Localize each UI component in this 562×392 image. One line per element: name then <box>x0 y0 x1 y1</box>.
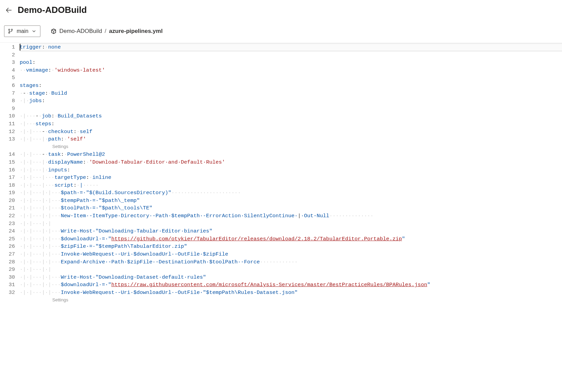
code-area[interactable]: trigger:·nonepool:··vmimage:·'windows-la… <box>20 43 562 304</box>
line-number: 5 <box>0 74 15 82</box>
code-line[interactable]: ·|·|···|·|···Write-Host·"Downloading·Tab… <box>20 227 562 235</box>
code-line[interactable]: ·|···-·job:·Build_Datasets <box>20 112 562 120</box>
line-number: 31 <box>0 281 15 289</box>
code-line[interactable]: ·|·jobs: <box>20 97 562 105</box>
line-number: 7 <box>0 90 15 97</box>
code-line[interactable]: ·|·|···|·|···$tempPath·=·"$path\_temp" <box>20 197 562 205</box>
line-number: 22 <box>0 212 15 220</box>
code-line[interactable]: ··vmimage:·'windows-latest' <box>20 67 562 74</box>
line-number: 13 <box>0 135 15 143</box>
svg-point-2 <box>11 29 13 31</box>
branch-name: main <box>17 28 29 34</box>
line-number: 1 <box>0 43 15 51</box>
text-cursor <box>20 44 20 51</box>
code-line[interactable]: ·|·|···|·path:·'self' <box>20 135 562 143</box>
line-number: 8 <box>0 97 15 105</box>
code-line[interactable]: pool: <box>20 59 562 67</box>
code-line[interactable]: ·-·stage:·Build <box>20 90 562 97</box>
line-number: 6 <box>0 82 15 90</box>
code-line[interactable]: ·|·|···|·|···Write-Host·"Downloading·Dat… <box>20 274 562 281</box>
line-number: 24 <box>0 227 15 235</box>
code-line[interactable]: ·|·|···|·|···$zipFile·=·"$tempPath\Tabul… <box>20 243 562 250</box>
code-line[interactable]: ·|·|···|·displayName:·'Download·Tabular·… <box>20 158 562 166</box>
code-line[interactable]: ·|·|···|·|···$path·=·"$(Build.SourcesDir… <box>20 189 562 197</box>
code-line[interactable]: ·|·|···|·|···Invoke-WebRequest·-Uri·$dow… <box>20 289 562 297</box>
line-number: 26 <box>0 243 15 250</box>
code-line[interactable] <box>20 74 562 82</box>
line-number: 21 <box>0 204 15 212</box>
code-line[interactable]: ·|·|···|···targetType:·inline <box>20 174 562 182</box>
branch-icon <box>8 29 13 34</box>
page-header: Demo-ADOBuild <box>0 0 562 20</box>
breadcrumb-separator: / <box>105 28 106 35</box>
line-number: 20 <box>0 197 15 205</box>
code-line[interactable]: ·|·|···|·inputs: <box>20 166 562 174</box>
breadcrumb-file: azure-pipelines.yml <box>109 28 163 35</box>
chevron-down-icon <box>32 29 36 33</box>
code-line[interactable]: ·|·|···|···script:·|····· <box>20 182 562 189</box>
line-number: 32 <box>0 289 15 297</box>
line-number: 15 <box>0 158 15 166</box>
code-line[interactable]: ·|·|···|·|···$downloadUrl·=·"https://git… <box>20 235 562 243</box>
line-number: 18 <box>0 182 15 189</box>
branch-selector[interactable]: main <box>4 25 40 37</box>
line-number: 2 <box>0 51 15 59</box>
line-number: 4 <box>0 67 15 74</box>
code-line[interactable]: ·|·|···-·checkout:·self <box>20 128 562 136</box>
code-line[interactable]: ·|·|···|·| <box>20 266 562 274</box>
back-button[interactable] <box>5 6 13 14</box>
code-line[interactable]: ·|···steps: <box>20 120 562 128</box>
code-line[interactable]: ·|·|···|·|···$toolPath·=·"$path\_tools\T… <box>20 204 562 212</box>
page-title: Demo-ADOBuild <box>18 5 87 15</box>
breadcrumb-repo[interactable]: Demo-ADOBuild <box>59 28 102 35</box>
code-editor[interactable]: 1234567891011121314151617181920212223242… <box>0 43 562 304</box>
svg-point-0 <box>8 29 10 31</box>
line-number: 16 <box>0 166 15 174</box>
repo-icon <box>51 28 57 34</box>
code-line[interactable]: ·|·|···|·|···Invoke-WebRequest·-Uri·$dow… <box>20 250 562 258</box>
line-number: 10 <box>0 112 15 120</box>
svg-point-1 <box>8 32 10 34</box>
code-line[interactable]: ·|·|···|·| <box>20 220 562 228</box>
line-number: 17 <box>0 174 15 182</box>
line-number: 30 <box>0 274 15 281</box>
line-number: 23 <box>0 220 15 228</box>
breadcrumb: Demo-ADOBuild / azure-pipelines.yml <box>51 28 163 35</box>
code-line[interactable]: trigger:·none <box>20 43 562 51</box>
line-number: 14 <box>0 151 15 158</box>
code-line[interactable] <box>20 51 562 59</box>
arrow-left-icon <box>6 7 12 13</box>
code-line[interactable]: ·|·|···-·task:·PowerShell@2 <box>20 151 562 158</box>
line-number: 12 <box>0 128 15 136</box>
toolbar: main Demo-ADOBuild / azure-pipelines.yml <box>0 20 562 43</box>
line-number: 29 <box>0 266 15 274</box>
code-line[interactable] <box>20 105 562 113</box>
code-line[interactable]: ·|·|···|·|···$downloadUrl·=·"https://raw… <box>20 281 562 289</box>
line-number: 9 <box>0 105 15 113</box>
code-line[interactable]: ·|·|···|·|···Expand-Archive·-Path·$zipFi… <box>20 258 562 266</box>
code-line[interactable]: stages: <box>20 82 562 90</box>
line-number-gutter: 1234567891011121314151617181920212223242… <box>0 43 20 304</box>
line-number: 25 <box>0 235 15 243</box>
line-number: 27 <box>0 250 15 258</box>
line-number: 19 <box>0 189 15 197</box>
line-number: 3 <box>0 59 15 67</box>
code-line[interactable]: ·|·|···|·|···New-Item·-ItemType·Director… <box>20 212 562 220</box>
line-number: 28 <box>0 258 15 266</box>
line-number: 11 <box>0 120 15 128</box>
